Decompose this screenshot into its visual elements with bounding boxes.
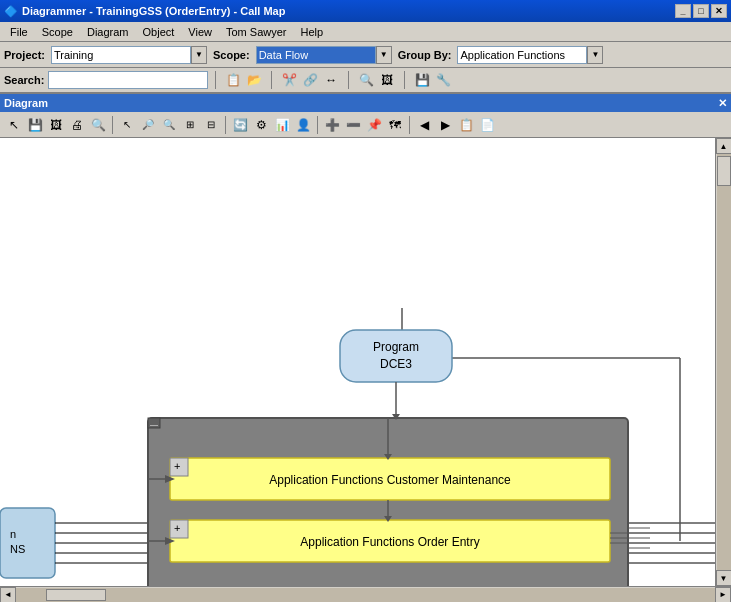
svg-text:—: — [150,420,158,429]
diagram-svg: n NS Application Functions [0,138,715,586]
minimize-button[interactable]: _ [675,4,691,18]
svg-text:DCE3: DCE3 [380,357,412,371]
toolbar-icon-3[interactable]: ✂️ [279,70,299,90]
dtool-sep2 [225,116,226,134]
toolbar-icon-7[interactable]: 🖼 [377,70,397,90]
icon-group-3: 🔍 🖼 [356,70,397,90]
toolbar-icon-6[interactable]: 🔍 [356,70,376,90]
groupby-input[interactable] [457,46,587,64]
svg-text:Application Functions Order En: Application Functions Order Entry [300,535,479,549]
dtool-3[interactable]: 🖼 [46,115,66,135]
svg-rect-43 [340,330,452,382]
diagram-close-btn[interactable]: ✕ [718,97,727,110]
dtool-8[interactable]: 🔍 [159,115,179,135]
title-bar-controls[interactable]: _ □ ✕ [675,4,727,18]
dtool-17[interactable]: 📌 [364,115,384,135]
separator1 [215,71,216,89]
separator4 [404,71,405,89]
dtool-16[interactable]: ➖ [343,115,363,135]
svg-text:+: + [174,460,180,472]
title-bar-left: 🔷 Diagrammer - TrainingGSS (OrderEntry) … [4,5,285,18]
groupby-dropdown-btn[interactable]: ▼ [587,46,603,64]
dtool-13[interactable]: 📊 [272,115,292,135]
maximize-button[interactable]: □ [693,4,709,18]
svg-rect-0 [0,508,55,578]
bottom-scrollbar[interactable]: ◄ ► [0,586,731,602]
toolbar-icon-2[interactable]: 📂 [244,70,264,90]
search-input[interactable] [48,71,208,89]
menu-view[interactable]: View [182,24,218,40]
diagram-toolbar: ↖ 💾 🖼 🖨 🔍 ↖ 🔎 🔍 ⊞ ⊟ 🔄 ⚙ 📊 👤 ➕ ➖ 📌 🗺 ◀ ▶ … [0,112,731,138]
separator2 [271,71,272,89]
scope-input[interactable] [256,46,376,64]
menu-diagram[interactable]: Diagram [81,24,135,40]
dtool-18[interactable]: 🗺 [385,115,405,135]
toolbar-icon-1[interactable]: 📋 [223,70,243,90]
menu-help[interactable]: Help [295,24,330,40]
svg-text:n: n [10,528,16,540]
dtool-1[interactable]: ↖ [4,115,24,135]
dtool-15[interactable]: ➕ [322,115,342,135]
toolbar2: Search: 📋 📂 ✂️ 🔗 ↔ 🔍 🖼 💾 🔧 [0,68,731,94]
project-input[interactable] [51,46,191,64]
scroll-thumb-vertical[interactable] [717,156,731,186]
toolbar-icon-8[interactable]: 💾 [412,70,432,90]
scope-label: Scope: [213,49,250,61]
diagram-canvas[interactable]: n NS Application Functions [0,138,715,586]
toolbar-icon-5[interactable]: ↔ [321,70,341,90]
scroll-track-horizontal [16,588,715,602]
dtool-19[interactable]: ◀ [414,115,434,135]
menu-tomsawyer[interactable]: Tom Sawyer [220,24,293,40]
dtool-sep3 [317,116,318,134]
dtool-21[interactable]: 📋 [456,115,476,135]
scroll-thumb-horizontal[interactable] [46,589,106,601]
icon-group-1: 📋 📂 [223,70,264,90]
scroll-up-btn[interactable]: ▲ [716,138,732,154]
main-content: Diagram ✕ ↖ 💾 🖼 🖨 🔍 ↖ 🔎 🔍 ⊞ ⊟ 🔄 ⚙ 📊 👤 ➕ … [0,94,731,602]
dtool-20[interactable]: ▶ [435,115,455,135]
dtool-12[interactable]: ⚙ [251,115,271,135]
project-dropdown-btn[interactable]: ▼ [191,46,207,64]
dtool-6[interactable]: ↖ [117,115,137,135]
icon-group-2: ✂️ 🔗 ↔ [279,70,341,90]
svg-text:Program: Program [373,340,419,354]
dtool-7[interactable]: 🔎 [138,115,158,135]
scroll-right-btn[interactable]: ► [715,587,731,603]
dtool-9[interactable]: ⊞ [180,115,200,135]
menu-file[interactable]: File [4,24,34,40]
scroll-down-btn[interactable]: ▼ [716,570,732,586]
dtool-4[interactable]: 🖨 [67,115,87,135]
diagram-title: Diagram [4,97,48,109]
svg-text:+: + [174,522,180,534]
dtool-10[interactable]: ⊟ [201,115,221,135]
right-scrollbar[interactable]: ▲ ▼ [715,138,731,586]
separator3 [348,71,349,89]
window-title: Diagrammer - TrainingGSS (OrderEntry) - … [22,5,285,17]
svg-text:NS: NS [10,543,25,555]
scroll-track-vertical [717,154,731,570]
toolbar-icon-9[interactable]: 🔧 [433,70,453,90]
diagram-body: n NS Application Functions [0,138,731,586]
svg-text:Application Functions Customer: Application Functions Customer Maintenan… [269,473,511,487]
toolbar-icon-4[interactable]: 🔗 [300,70,320,90]
menu-object[interactable]: Object [137,24,181,40]
dtool-14[interactable]: 👤 [293,115,313,135]
dtool-2[interactable]: 💾 [25,115,45,135]
menu-bar: File Scope Diagram Object View Tom Sawye… [0,22,731,42]
scroll-left-btn[interactable]: ◄ [0,587,16,603]
menu-scope[interactable]: Scope [36,24,79,40]
close-button[interactable]: ✕ [711,4,727,18]
diagram-header: Diagram ✕ [0,94,731,112]
groupby-label: Group By: [398,49,452,61]
project-label: Project: [4,49,45,61]
title-bar: 🔷 Diagrammer - TrainingGSS (OrderEntry) … [0,0,731,22]
dtool-22[interactable]: 📄 [477,115,497,135]
dtool-sep1 [112,116,113,134]
dtool-11[interactable]: 🔄 [230,115,250,135]
toolbar1: Project: ▼ Scope: ▼ Group By: ▼ [0,42,731,68]
dtool-5[interactable]: 🔍 [88,115,108,135]
dtool-sep4 [409,116,410,134]
app-icon: 🔷 [4,5,18,18]
scope-dropdown-btn[interactable]: ▼ [376,46,392,64]
icon-group-4: 💾 🔧 [412,70,453,90]
